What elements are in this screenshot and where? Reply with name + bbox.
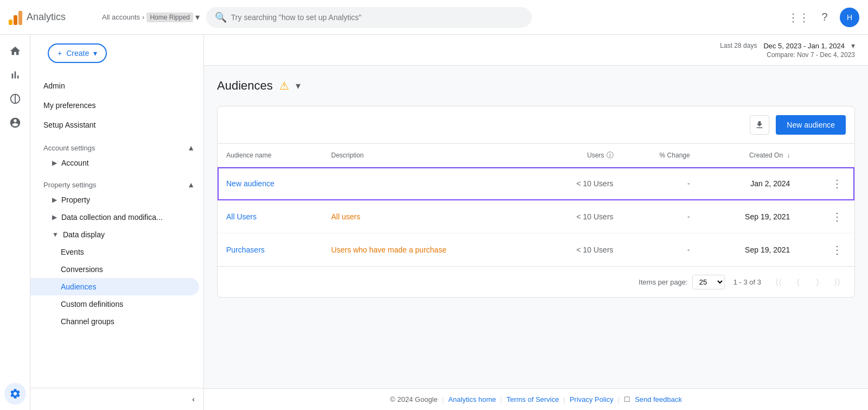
nav-setup-assistant[interactable]: Setup Assistant (30, 115, 203, 135)
row-more-button[interactable]: ⋮ (828, 241, 846, 258)
nav-preferences[interactable]: My preferences (30, 96, 203, 115)
sidebar-explore-icon[interactable] (4, 88, 26, 110)
sort-icon: ↓ (787, 152, 790, 159)
nav-conversions[interactable]: Conversions (30, 261, 203, 278)
audiences-content: Audiences ⚠ ▾ New audience Audienc (204, 66, 868, 388)
account-label: All accounts (102, 13, 140, 21)
footer-feedback[interactable]: Send feedback (635, 395, 682, 403)
date-range-chevron-icon[interactable]: ▾ (851, 41, 855, 50)
date-compare: Compare: Nov 7 - Dec 4, 2023 (767, 51, 855, 59)
nav-data-display[interactable]: ▼ Data display (30, 226, 203, 243)
first-page-button[interactable]: ⟨⟨ (770, 273, 787, 291)
nav-admin[interactable]: Admin (30, 76, 203, 96)
apps-button[interactable]: ⋮⋮ (788, 7, 809, 28)
sidebar-home-icon[interactable] (4, 40, 26, 62)
new-audience-button[interactable]: New audience (776, 115, 846, 135)
feedback-icon: ☐ (624, 395, 630, 403)
footer-pipe-1: | (442, 395, 444, 403)
nav-collapse-button[interactable]: ‹ (30, 388, 203, 410)
create-chevron-icon: ▾ (93, 49, 97, 58)
footer-privacy[interactable]: Privacy Policy (570, 395, 614, 403)
users-cell: < 10 Users (535, 200, 622, 234)
footer-pipe-2: | (500, 395, 502, 403)
created-cell: Jan 2, 2024 (699, 167, 799, 200)
col-change[interactable]: % Change (622, 144, 699, 167)
col-description: Description (322, 144, 535, 167)
help-button[interactable]: ? (814, 7, 835, 28)
last-page-button[interactable]: ⟩⟩ (828, 273, 846, 291)
nav-audiences[interactable]: Audiences (30, 278, 199, 295)
audience-name-cell: All Users (218, 200, 322, 234)
nav-property[interactable]: ▶ Property (30, 191, 203, 209)
change-cell: - (622, 234, 699, 267)
arrow-icon: ▶ (52, 159, 57, 167)
avatar[interactable]: H (840, 8, 859, 27)
nav-panel: + Create ▾ Admin My preferences Setup As… (30, 35, 204, 410)
footer-tos[interactable]: Terms of Service (507, 395, 559, 403)
nav-account[interactable]: ▶ Account (30, 154, 203, 172)
col-users: Users ⓘ (535, 144, 622, 167)
nav-data-collection[interactable]: ▶ Data collection and modifica... (30, 209, 203, 226)
description-cell (322, 167, 535, 200)
date-range-label: Last 28 days (720, 42, 757, 49)
main-layout: + Create ▾ Admin My preferences Setup As… (0, 35, 868, 410)
table-toolbar: New audience (218, 106, 854, 144)
property-settings-header[interactable]: Property settings ▲ (30, 176, 203, 191)
nav-channel-groups[interactable]: Channel groups (30, 313, 203, 330)
chevron-down-icon: ▾ (195, 12, 200, 22)
account-selector[interactable]: All accounts › Home Ripped ▾ (102, 12, 200, 22)
account-settings-header[interactable]: Account settings ▲ (30, 139, 203, 154)
property-arrow-icon: ▶ (52, 196, 57, 204)
audience-name-link[interactable]: New audience (226, 179, 275, 188)
search-icon: 🔍 (215, 11, 227, 23)
nav-events[interactable]: Events (30, 243, 203, 261)
table-row: Purchasers Users who have made a purchas… (218, 234, 854, 267)
change-cell: - (622, 167, 699, 200)
plus-icon: + (58, 49, 62, 58)
sidebar-advertising-icon[interactable] (4, 112, 26, 134)
app-name: Analytics (27, 11, 66, 23)
row-more-button[interactable]: ⋮ (828, 208, 846, 225)
footer-analytics-home[interactable]: Analytics home (448, 395, 496, 403)
actions-cell: ⋮ (799, 200, 854, 234)
top-header: Analytics All accounts › Home Ripped ▾ 🔍… (0, 0, 868, 35)
table-row: All Users All users < 10 Users - (218, 200, 854, 234)
actions-cell: ⋮ (799, 234, 854, 267)
col-audience-name: Audience name (218, 144, 322, 167)
audience-name-cell: New audience (218, 167, 322, 200)
logo-area: Analytics (9, 10, 95, 25)
audience-name-link[interactable]: Purchasers (226, 245, 265, 254)
created-cell: Sep 19, 2021 (699, 234, 799, 267)
audience-name-link[interactable]: All Users (226, 212, 257, 221)
data-display-arrow-icon: ▼ (52, 231, 59, 238)
next-page-button[interactable]: ⟩ (809, 273, 826, 291)
table-footer: Items per page: 25 50 100 1 - 3 of 3 ⟨⟨ … (218, 266, 854, 297)
search-input[interactable] (231, 13, 523, 22)
description-cell: Users who have made a purchase (322, 234, 535, 267)
create-button[interactable]: + Create ▾ (48, 43, 107, 63)
audiences-table-container: New audience Audience name Description (217, 106, 855, 298)
sidebar-admin-icon[interactable] (4, 383, 26, 405)
page-title-row: Audiences ⚠ ▾ (217, 79, 855, 93)
per-page-select[interactable]: 25 50 100 (692, 275, 725, 289)
nav-custom-definitions[interactable]: Custom definitions (30, 295, 203, 313)
col-created-on[interactable]: Created On ↓ (699, 144, 799, 167)
prev-page-button[interactable]: ⟨ (789, 273, 807, 291)
sidebar-reports-icon[interactable] (4, 64, 26, 86)
sidebar-bottom (4, 382, 26, 406)
items-per-page-label: Items per page: (639, 278, 687, 286)
date-range-bar: Last 28 days Dec 5, 2023 - Jan 1, 2024 ▾… (204, 35, 868, 66)
search-bar[interactable]: 🔍 (206, 7, 532, 28)
col-actions-header (799, 144, 854, 167)
row-more-button[interactable]: ⋮ (828, 175, 846, 192)
table-row: New audience < 10 Users - (218, 167, 854, 200)
footer-copyright: © 2024 Google (390, 395, 438, 403)
chevron-right-icon: › (142, 13, 144, 21)
page-footer: © 2024 Google | Analytics home | Terms o… (204, 388, 868, 410)
audiences-dropdown-button[interactable]: ▾ (296, 80, 301, 92)
download-button[interactable] (750, 115, 769, 135)
footer-pipe-4: | (618, 395, 620, 403)
header-right: ⋮⋮ ? H (788, 7, 859, 28)
users-help-icon[interactable]: ⓘ (607, 150, 614, 160)
content-area: Last 28 days Dec 5, 2023 - Jan 1, 2024 ▾… (204, 35, 868, 410)
